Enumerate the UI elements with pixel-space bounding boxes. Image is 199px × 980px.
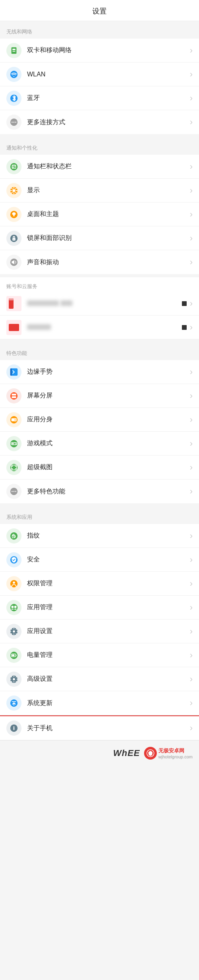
blurred-name-1 [27, 300, 59, 306]
game-icon-wrap [6, 436, 21, 451]
group-network: 双卡和移动网络 WLAN 蓝牙 [0, 39, 199, 134]
svg-point-12 [12, 189, 15, 192]
permissions-icon-wrap [6, 576, 21, 591]
svg-rect-56 [14, 608, 16, 609]
advanced-icon-wrap [6, 672, 21, 687]
chevron-icon [190, 298, 193, 309]
footer-watermark: WhEE 无极安卓网 wjhotelgroup.com [0, 740, 199, 766]
group-system: 指纹 安全 权限管理 [0, 524, 199, 715]
display-icon [10, 186, 18, 195]
chevron-icon [190, 367, 193, 377]
item-desktop-theme[interactable]: 桌面和主题 [0, 203, 199, 226]
item-app-clone[interactable]: 应用分身 [0, 408, 199, 432]
item-permissions[interactable]: 权限管理 [0, 572, 199, 596]
svg-point-9 [10, 163, 18, 170]
appclone-icon-wrap [6, 412, 21, 427]
item-about[interactable]: 关于手机 [0, 716, 199, 740]
item-more-connections[interactable]: 更多连接方式 [0, 110, 199, 134]
edge-icon [10, 368, 18, 376]
game-mode-label: 游戏模式 [27, 439, 187, 448]
app-settings-label: 应用设置 [27, 627, 187, 635]
display-label: 显示 [27, 186, 187, 195]
account-item-2[interactable] [0, 316, 199, 339]
svg-rect-53 [12, 606, 14, 608]
app-clone-label: 应用分身 [27, 415, 187, 424]
account-dot-2 [182, 325, 187, 330]
item-game-mode[interactable]: 游戏模式 [0, 432, 199, 456]
item-app-settings[interactable]: 应用设置 [0, 620, 199, 643]
item-sound[interactable]: 声音和振动 [0, 250, 199, 274]
svg-rect-54 [14, 606, 16, 608]
app-manage-label: 应用管理 [27, 603, 187, 612]
system-update-label: 系统更新 [27, 699, 187, 707]
svg-point-34 [10, 392, 18, 399]
item-edge-gesture[interactable]: 边缘手势 [0, 360, 199, 384]
dual-sim-icon-wrap [6, 43, 21, 58]
blurred-name-2 [27, 324, 51, 330]
item-notification-bar[interactable]: 通知栏和状态栏 [0, 155, 199, 179]
svg-point-6 [12, 122, 13, 123]
split-screen-label: 屏幕分屏 [27, 392, 187, 400]
notification-icon [10, 162, 18, 171]
battery-icon [10, 651, 18, 660]
svg-rect-62 [12, 654, 14, 656]
item-wlan[interactable]: WLAN [0, 62, 199, 86]
item-system-update[interactable]: 系统更新 [0, 691, 199, 715]
update-icon-wrap [6, 696, 21, 711]
chevron-icon [190, 531, 193, 541]
display-icon-wrap [6, 183, 21, 198]
svg-rect-39 [14, 418, 16, 421]
svg-point-58 [13, 630, 15, 633]
account-avatar-2 [6, 320, 21, 335]
chevron-icon [190, 650, 193, 660]
svg-point-25 [14, 239, 14, 240]
account-name-1 [27, 300, 182, 306]
lock-icon-wrap [6, 231, 21, 246]
item-display[interactable]: 显示 [0, 179, 199, 203]
wlan-label: WLAN [27, 71, 187, 78]
section-header-system: 系统和应用 [0, 507, 199, 524]
svg-rect-55 [12, 608, 14, 609]
item-fingerprint[interactable]: 指纹 [0, 524, 199, 548]
dual-sim-icon [10, 46, 18, 55]
wlan-icon [10, 70, 18, 79]
item-dual-sim[interactable]: 双卡和移动网络 [0, 39, 199, 62]
item-split-screen[interactable]: 屏幕分屏 [0, 384, 199, 408]
brand-name: 无极安卓网 [158, 747, 193, 754]
whee-label: WhEE [113, 748, 140, 758]
item-screenshot[interactable]: 超级截图 [0, 456, 199, 479]
item-advanced[interactable]: 高级设置 [0, 667, 199, 691]
chevron-icon [190, 698, 193, 708]
more-features-label: 更多特色功能 [27, 487, 187, 496]
chevron-icon [190, 462, 193, 473]
bluetooth-icon-wrap [6, 91, 21, 106]
notification-bar-label: 通知栏和状态栏 [27, 162, 187, 171]
fingerprint-label: 指纹 [27, 532, 187, 540]
item-battery[interactable]: 电量管理 [0, 643, 199, 667]
appsettings-icon-wrap [6, 624, 21, 639]
section-header-personalize: 通知和个性化 [0, 137, 199, 155]
account-info-2 [27, 324, 182, 331]
account-logo-1 [6, 296, 21, 311]
chevron-icon [190, 626, 193, 637]
svg-point-46 [14, 491, 15, 492]
blurred-extra-1 [60, 300, 72, 306]
fingerprint-icon [10, 532, 18, 540]
svg-rect-1 [12, 49, 15, 50]
item-more-features[interactable]: 更多特色功能 [0, 479, 199, 503]
svg-rect-0 [12, 47, 17, 54]
item-security[interactable]: 安全 [0, 548, 199, 572]
group-personalize: 通知栏和状态栏 显示 [0, 155, 199, 274]
battery-label: 电量管理 [27, 651, 187, 659]
notification-icon-wrap [6, 159, 21, 174]
svg-point-45 [12, 491, 13, 492]
item-bluetooth[interactable]: 蓝牙 [0, 86, 199, 110]
item-lock-screen[interactable]: 锁屏和面部识别 [0, 226, 199, 250]
separator-3 [0, 339, 199, 343]
screenshot-icon [10, 463, 18, 472]
svg-rect-61 [16, 655, 17, 656]
account-item-1[interactable] [0, 292, 199, 316]
sound-icon-wrap [6, 255, 21, 270]
more-connections-icon-wrap [6, 115, 21, 130]
item-app-manage[interactable]: 应用管理 [0, 596, 199, 620]
